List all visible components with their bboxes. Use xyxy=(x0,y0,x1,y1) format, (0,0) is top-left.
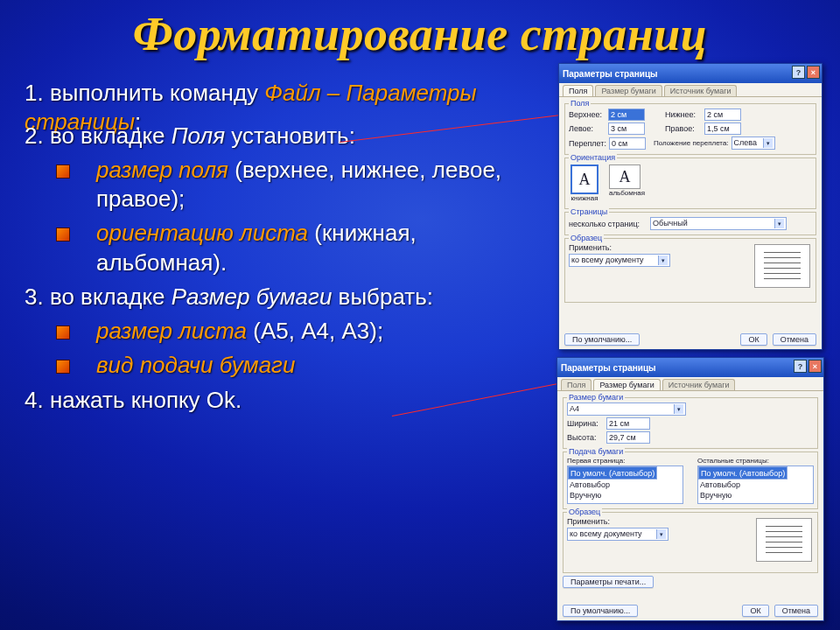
label-multipage: несколько страниц: xyxy=(569,220,648,228)
select-multipage[interactable]: Обычный▾ xyxy=(650,217,787,230)
print-options-button[interactable]: Параметры печати... xyxy=(563,576,654,588)
input-width[interactable]: 21 см xyxy=(606,417,650,430)
bullet-icon xyxy=(56,164,70,178)
close-icon[interactable]: × xyxy=(807,66,820,79)
list-item[interactable]: Вручную xyxy=(698,490,813,500)
select-value: ко всему документу xyxy=(570,528,642,540)
input-left[interactable]: 3 см xyxy=(608,122,645,135)
tab-margins[interactable]: Поля xyxy=(563,85,593,96)
dialog-tabs: Поля Размер бумаги Источник бумаги xyxy=(559,83,822,97)
select-paper-size[interactable]: A4▾ xyxy=(567,402,686,416)
group-title: Образец xyxy=(569,234,604,242)
input-height[interactable]: 29,7 см xyxy=(606,431,650,444)
dialog-pane: Поля Верхнее: 2 см Нижнее: 2 см Левое: 3… xyxy=(559,97,822,309)
bullet-orientation: ориентацию листа (книжная, альбомная). xyxy=(24,219,550,277)
page-setup-dialog-paper: Параметры страницы ? × Поля Размер бумаг… xyxy=(556,357,824,621)
window-buttons: ? × xyxy=(794,360,822,373)
dialog-pane: Размер бумаги A4▾ Ширина: 21 см Высота: … xyxy=(557,391,823,593)
select-value: Обычный xyxy=(653,218,688,229)
group-margins: Поля Верхнее: 2 см Нижнее: 2 см Левое: 3… xyxy=(564,103,816,155)
bullet-icon xyxy=(56,228,70,242)
help-icon[interactable]: ? xyxy=(792,66,805,79)
label-gutter-pos: Положение переплета: xyxy=(654,139,729,147)
group-title: Страницы xyxy=(569,207,609,216)
chevron-down-icon: ▾ xyxy=(656,529,666,539)
label-apply: Применить: xyxy=(569,243,616,252)
step-2-pre: 2. во вкладке xyxy=(24,122,172,149)
dialog-buttons: ОК Отмена xyxy=(740,333,816,346)
slide-title: Форматирование страниц xyxy=(0,7,840,61)
dialog-titlebar: Параметры страницы ? × xyxy=(559,64,822,83)
dialog-titlebar: Параметры страницы ? × xyxy=(557,358,823,377)
list-item[interactable]: По умолч. (Автовыбор) xyxy=(698,466,788,480)
group-sample: Образец Применить: ко всему документу▾ xyxy=(563,512,818,573)
select-apply[interactable]: ко всему документу▾ xyxy=(567,528,668,541)
listbox-first-page[interactable]: По умолч. (Автовыбор) Автовыбор Вручную xyxy=(567,466,683,504)
tab-paper-size[interactable]: Размер бумаги xyxy=(595,85,662,96)
label-right: Правое: xyxy=(665,124,702,133)
orientation-portrait[interactable]: A xyxy=(570,164,598,194)
chevron-down-icon: ▾ xyxy=(658,256,668,265)
group-title: Образец xyxy=(567,508,602,516)
group-pages: Страницы несколько страниц: Обычный▾ xyxy=(564,212,816,235)
ok-button[interactable]: ОК xyxy=(740,333,766,346)
input-bottom[interactable]: 2 см xyxy=(704,108,741,121)
close-icon[interactable]: × xyxy=(808,360,822,373)
page-setup-dialog-margins: Параметры страницы ? × Поля Размер бумаг… xyxy=(558,63,822,350)
label-landscape: альбомная xyxy=(609,189,645,197)
help-icon[interactable]: ? xyxy=(794,360,807,373)
label-top: Верхнее: xyxy=(569,110,606,119)
group-paper-feed: Подача бумаги Первая страница: По умолч.… xyxy=(563,452,818,509)
label-height: Высота: xyxy=(567,433,604,442)
cancel-button[interactable]: Отмена xyxy=(774,605,818,617)
sample-preview xyxy=(756,518,812,562)
group-sample: Образец Применить: ко всему документу▾ xyxy=(564,238,816,303)
window-buttons: ? × xyxy=(792,66,820,79)
bullet-icon xyxy=(56,326,70,340)
label-gutter: Переплет: xyxy=(569,139,606,148)
input-top[interactable]: 2 см xyxy=(608,108,645,121)
list-item[interactable]: Вручную xyxy=(568,490,682,500)
listbox-other-pages[interactable]: По умолч. (Автовыбор) Автовыбор Вручную xyxy=(697,466,814,504)
label-left: Левое: xyxy=(569,124,606,133)
label-width: Ширина: xyxy=(567,419,604,428)
list-item[interactable]: По умолч. (Автовыбор) xyxy=(568,466,657,480)
bullet-paper-size: размер листа (А5, А4, А3); xyxy=(24,317,550,346)
tab-paper-source[interactable]: Источник бумаги xyxy=(664,85,738,96)
label-portrait: книжная xyxy=(570,194,598,202)
list-item[interactable]: Автовыбор xyxy=(568,480,682,490)
default-button[interactable]: По умолчанию... xyxy=(564,333,640,346)
bullet-1-em: размер поля xyxy=(96,157,228,183)
dialog-title: Параметры страницы xyxy=(561,363,656,373)
tab-paper-source[interactable]: Источник бумаги xyxy=(662,379,736,390)
tab-paper-size[interactable]: Размер бумаги xyxy=(593,379,660,390)
chevron-down-icon: ▾ xyxy=(674,404,683,414)
orientation-landscape[interactable]: A xyxy=(609,164,640,189)
bullet-icon xyxy=(56,360,70,374)
select-value: ко всему документу xyxy=(571,255,644,266)
select-value: Слева xyxy=(734,137,757,149)
ok-button[interactable]: ОК xyxy=(742,605,768,617)
select-gutter-pos[interactable]: Слева▾ xyxy=(732,136,775,150)
step-3-pre: 3. во вкладке xyxy=(24,284,172,310)
bullet-3-em: размер листа xyxy=(96,318,247,344)
label-other-pages: Остальные страницы: xyxy=(697,457,814,465)
tab-margins[interactable]: Поля xyxy=(561,379,592,390)
cancel-button[interactable]: Отмена xyxy=(773,333,816,346)
step-2-end: установить: xyxy=(225,122,355,149)
group-title: Подача бумаги xyxy=(567,447,625,456)
input-right[interactable]: 1,5 см xyxy=(704,122,741,135)
bullet-2-em: ориентацию листа xyxy=(96,220,308,246)
step-3: 3. во вкладке Размер бумаги выбрать: xyxy=(24,283,550,312)
default-button[interactable]: По умолчанию... xyxy=(563,605,638,617)
list-item[interactable]: Автовыбор xyxy=(698,480,813,490)
group-orientation: Ориентация A книжная A альбомная xyxy=(564,158,816,209)
bullet-margin-size: размер поля (верхнее, нижнее, левое, пра… xyxy=(24,156,550,214)
group-paper-size: Размер бумаги A4▾ Ширина: 21 см Высота: … xyxy=(563,397,818,449)
step-3-tab: Размер бумаги xyxy=(172,284,332,310)
select-apply[interactable]: ко всему документу▾ xyxy=(569,254,670,267)
group-title: Поля xyxy=(569,99,591,108)
input-gutter[interactable]: 0 см xyxy=(609,137,646,150)
group-title: Ориентация xyxy=(569,153,617,162)
dialog-title: Параметры страницы xyxy=(563,69,658,79)
